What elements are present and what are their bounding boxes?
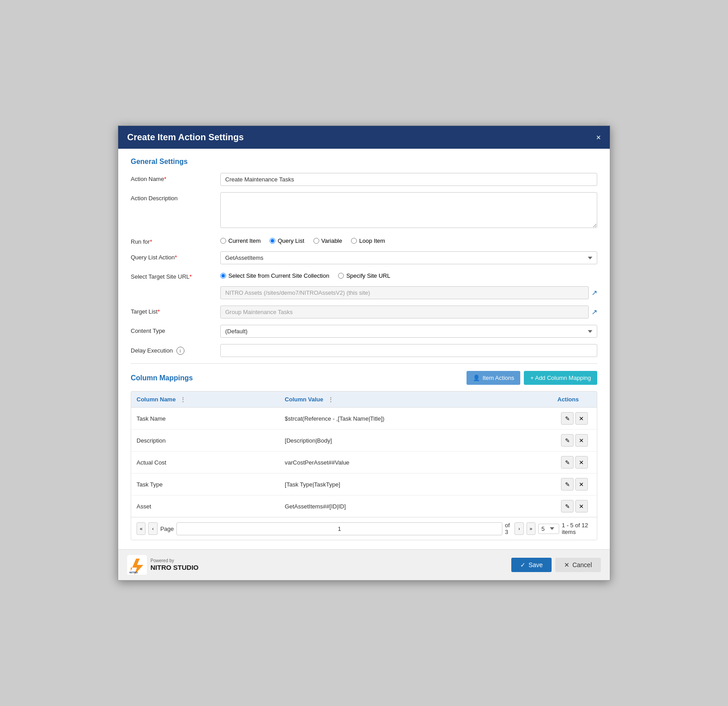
col-value-cell: varCostPerAsset##Value — [279, 452, 552, 474]
column-mappings-table-wrap: Column Name ⋮ Column Value ⋮ Actions Tas… — [131, 391, 597, 540]
footer-buttons: ✓ Save ✕ Cancel — [511, 558, 601, 572]
site-specify-url[interactable]: Specify Site URL — [338, 272, 390, 279]
section-divider — [131, 363, 597, 364]
general-settings-title: General Settings — [131, 158, 597, 166]
add-column-mapping-button[interactable]: + Add Column Mapping — [524, 371, 597, 385]
cancel-x-icon: ✕ — [564, 561, 570, 568]
close-button[interactable]: × — [596, 133, 601, 142]
item-actions-icon: 👤 — [473, 375, 480, 381]
col-actions-cell: ✎ ✕ — [552, 474, 597, 495]
col-header-actions: Actions — [552, 392, 597, 408]
col-actions-cell: ✎ ✕ — [552, 452, 597, 474]
table-row: Description [Description|Body] ✎ ✕ — [131, 430, 597, 452]
page-number-input[interactable] — [176, 522, 502, 535]
powered-by-text: Powered by — [150, 558, 199, 564]
first-page-button[interactable]: « — [137, 522, 146, 535]
run-for-row: Run for* Current Item Query List Variabl… — [131, 236, 597, 245]
edit-row-button[interactable]: ✎ — [561, 412, 574, 425]
delay-execution-row: Delay Execution i — [131, 344, 597, 357]
target-list-label: Target List* — [131, 306, 220, 315]
col-name-cell: Description — [131, 430, 279, 452]
target-list-external-link-icon[interactable]: ↗ — [591, 308, 597, 316]
next-page-button[interactable]: › — [514, 522, 523, 535]
edit-row-button[interactable]: ✎ — [561, 434, 574, 447]
delete-row-button[interactable]: ✕ — [575, 478, 588, 491]
footer-brand: NITRO Powered by NITRO STUDIO — [127, 555, 199, 575]
query-list-action-row: Query List Action* GetAssetItems GetItem… — [131, 251, 597, 264]
action-description-label: Action Description — [131, 192, 220, 202]
delete-row-button[interactable]: ✕ — [575, 434, 588, 447]
col-name-cell: Actual Cost — [131, 452, 279, 474]
delay-execution-info-icon[interactable]: i — [176, 347, 184, 355]
dialog-title: Create Item Action Settings — [127, 132, 244, 142]
page-size-select[interactable]: 5 10 25 — [538, 524, 559, 534]
table-body: Task Name $strcat(Reference - ,[Task Nam… — [131, 408, 597, 517]
column-mappings-title: Column Mappings — [131, 374, 193, 382]
run-for-variable[interactable]: Variable — [313, 237, 343, 244]
content-type-select[interactable]: (Default) Item Task — [220, 325, 597, 338]
delay-execution-label: Delay Execution i — [131, 344, 220, 355]
col-value-drag-icon[interactable]: ⋮ — [328, 396, 334, 403]
col-name-drag-icon[interactable]: ⋮ — [180, 396, 186, 403]
delete-row-button[interactable]: ✕ — [575, 456, 588, 469]
col-actions-cell: ✎ ✕ — [552, 495, 597, 517]
nitro-studio-logo: NITRO — [127, 555, 147, 575]
action-name-label: Action Name* — [131, 173, 220, 182]
table-row: Actual Cost varCostPerAsset##Value ✎ ✕ — [131, 452, 597, 474]
col-value-cell: [Description|Body] — [279, 430, 552, 452]
item-actions-button[interactable]: 👤 Item Actions — [467, 371, 521, 385]
edit-row-button[interactable]: ✎ — [561, 456, 574, 469]
run-for-label: Run for* — [131, 236, 220, 245]
dialog-body: General Settings Action Name* Action Des… — [118, 149, 610, 549]
table-row: Asset GetAssetItems##[ID|ID] ✎ ✕ — [131, 495, 597, 517]
column-mappings-table: Column Name ⋮ Column Value ⋮ Actions Tas… — [131, 392, 597, 517]
svg-text:NITRO: NITRO — [129, 571, 138, 574]
col-header-value: Column Value ⋮ — [279, 392, 552, 408]
delay-execution-input[interactable] — [220, 344, 597, 357]
edit-row-button[interactable]: ✎ — [561, 500, 574, 512]
prev-page-button[interactable]: ‹ — [148, 522, 157, 535]
col-header-name: Column Name ⋮ — [131, 392, 279, 408]
last-page-button[interactable]: » — [527, 522, 535, 535]
dialog-footer: NITRO Powered by NITRO STUDIO ✓ Save ✕ C… — [118, 549, 610, 580]
col-value-cell: GetAssetItems##[ID|ID] — [279, 495, 552, 517]
query-list-action-select[interactable]: GetAssetItems GetItems QueryItems — [220, 251, 597, 264]
target-list-select[interactable]: Group Maintenance Tasks — [220, 306, 589, 319]
column-mappings-buttons: 👤 Item Actions + Add Column Mapping — [467, 371, 597, 385]
target-site-url-label: Select Target Site URL* — [131, 271, 220, 280]
content-type-row: Content Type (Default) Item Task — [131, 325, 597, 338]
run-for-radio-group: Current Item Query List Variable Loop It… — [220, 236, 597, 244]
brand-name-text: NITRO STUDIO — [150, 564, 199, 572]
delete-row-button[interactable]: ✕ — [575, 412, 588, 425]
save-button[interactable]: ✓ Save — [511, 558, 552, 572]
cancel-button[interactable]: ✕ Cancel — [555, 558, 601, 572]
action-description-row: Action Description — [131, 192, 597, 229]
site-collection-select[interactable]: NITRO Assets (/sites/demo7/NITROAssetsV2… — [220, 286, 589, 299]
site-current-collection[interactable]: Select Site from Current Site Collection — [220, 272, 329, 279]
dialog-header: Create Item Action Settings × — [118, 126, 610, 149]
col-name-cell: Asset — [131, 495, 279, 517]
dialog-container: Create Item Action Settings × General Se… — [118, 125, 610, 581]
col-name-cell: Task Name — [131, 408, 279, 430]
col-name-cell: Task Type — [131, 474, 279, 495]
site-url-radio-group: Select Site from Current Site Collection… — [220, 271, 597, 279]
table-row: Task Type [Task Type|TaskType] ✎ ✕ — [131, 474, 597, 495]
page-label: Page — [160, 525, 174, 532]
action-description-textarea[interactable] — [220, 192, 597, 228]
run-for-query-list[interactable]: Query List — [270, 237, 304, 244]
run-for-current-item[interactable]: Current Item — [220, 237, 261, 244]
action-name-input[interactable] — [220, 173, 597, 186]
edit-row-button[interactable]: ✎ — [561, 478, 574, 491]
site-collection-wrap: NITRO Assets (/sites/demo7/NITROAssetsV2… — [220, 286, 597, 299]
site-collection-external-link-icon[interactable]: ↗ — [591, 288, 597, 297]
col-actions-cell: ✎ ✕ — [552, 408, 597, 430]
action-name-row: Action Name* — [131, 173, 597, 186]
col-actions-cell: ✎ ✕ — [552, 430, 597, 452]
save-checkmark-icon: ✓ — [520, 561, 526, 568]
run-for-loop-item[interactable]: Loop Item — [351, 237, 385, 244]
column-mappings-header: Column Mappings 👤 Item Actions + Add Col… — [131, 371, 597, 385]
delete-row-button[interactable]: ✕ — [575, 500, 588, 512]
page-of-label: of 3 — [505, 522, 512, 535]
table-row: Task Name $strcat(Reference - ,[Task Nam… — [131, 408, 597, 430]
target-list-row: Target List* Group Maintenance Tasks ↗ — [131, 306, 597, 319]
